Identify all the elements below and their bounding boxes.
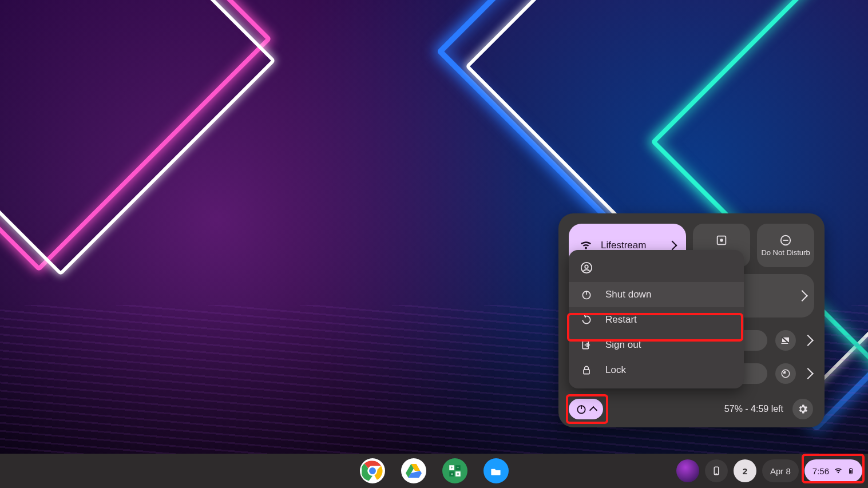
lock-label: Lock [605,364,626,376]
calculator-app[interactable]: +−×= [442,458,467,483]
shutdown-label: Shut down [605,289,651,300]
chevron-right-icon[interactable] [802,335,814,346]
svg-rect-35 [850,468,851,469]
notification-count[interactable]: 2 [734,459,756,482]
chrome-app[interactable] [360,458,385,483]
power-icon [576,403,587,415]
power-menu-button[interactable] [569,399,603,419]
signout-label: Sign out [605,339,641,351]
power-menu-restart[interactable]: Restart [569,307,744,332]
battery-status: 57% - 4:59 left [724,404,783,414]
mute-button[interactable] [775,363,796,384]
svg-text:×: × [450,472,453,476]
chevron-right-icon[interactable] [668,241,677,251]
phone-icon [711,466,722,476]
quick-settings-panel: Lifestream Screen Do Not Disturb st scre… [558,213,825,427]
lock-icon [580,364,593,376]
shelf-apps: +−×= [360,458,509,483]
svg-text:=: = [457,472,459,476]
files-app[interactable] [483,458,509,483]
restart-label: Restart [605,314,637,326]
svg-point-1 [720,239,723,242]
notif-count-label: 2 [743,466,747,476]
power-menu-shutdown[interactable]: Shut down [569,282,744,307]
settings-button[interactable] [792,399,813,419]
power-menu-account[interactable] [569,256,744,282]
mute-icon [780,368,791,379]
chevron-up-icon [589,406,597,414]
system-tray: 2 Apr 8 7:56 [676,459,862,482]
svg-rect-34 [850,470,852,473]
drive-app[interactable] [401,458,426,483]
dnd-icon [779,234,792,247]
svg-text:−: − [457,466,459,470]
time-label: 7:56 [812,466,829,476]
battery-icon [847,466,854,476]
avatar[interactable] [676,459,699,482]
account-icon [580,261,732,274]
date-label: Apr 8 [770,466,791,476]
signout-icon [580,339,593,351]
shelf: +−×= 2 Apr 8 7:56 [0,454,868,488]
dnd-tile[interactable]: Do Not Disturb [757,224,814,267]
network-name: Lifestream [601,240,661,251]
screen-capture-icon [715,234,728,247]
calendar-chip[interactable]: Apr 8 [762,459,799,482]
power-menu-signout[interactable]: Sign out [569,332,744,358]
power-menu-lock[interactable]: Lock [569,358,744,383]
power-menu: Shut down Restart Sign out Lock [569,250,744,388]
chevron-right-icon[interactable] [796,290,808,301]
svg-point-9 [585,265,588,268]
power-icon [580,289,593,300]
restart-icon [580,314,593,326]
svg-text:+: + [450,466,453,470]
svg-rect-14 [584,370,589,374]
wifi-icon [834,466,843,475]
night-light-icon [780,335,791,346]
phone-hub-button[interactable] [705,459,728,482]
svg-point-17 [368,467,376,475]
night-light-button[interactable] [775,330,796,351]
status-area[interactable]: 7:56 [804,459,862,482]
gear-icon [797,403,808,415]
chevron-right-icon[interactable] [802,368,814,379]
dnd-tile-label: Do Not Disturb [761,249,810,257]
